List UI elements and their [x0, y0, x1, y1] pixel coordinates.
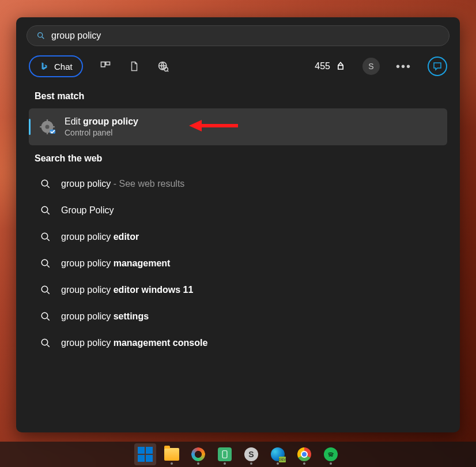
user-avatar[interactable]: S: [362, 58, 380, 75]
svg-rect-14: [52, 126, 55, 127]
svg-line-1: [42, 37, 44, 39]
svg-line-7: [167, 71, 168, 72]
web-results-list: group policy - See web results Group Pol…: [23, 171, 453, 356]
web-result-text: group policy management console: [61, 338, 207, 348]
web-result-item[interactable]: group policy - See web results: [23, 171, 453, 197]
points-value: 455: [315, 61, 330, 71]
taskbar-opera[interactable]: [187, 443, 209, 465]
windows-icon: [138, 447, 153, 462]
filter-tabs-row: Chat 455 S •••: [23, 46, 453, 83]
svg-point-26: [41, 286, 48, 292]
svg-rect-4: [106, 66, 110, 67]
taskbar-spotify[interactable]: [320, 443, 342, 465]
svg-point-22: [41, 233, 48, 239]
taskbar-phone[interactable]: [214, 443, 236, 465]
svg-line-19: [47, 186, 50, 188]
svg-point-10: [46, 125, 50, 129]
avatar-letter: S: [368, 62, 373, 71]
taskbar-sublime[interactable]: S: [240, 443, 262, 465]
web-tab-icon[interactable]: [157, 60, 169, 73]
chat-tab[interactable]: Chat: [29, 55, 83, 77]
taskbar-chrome[interactable]: [293, 443, 315, 465]
svg-point-0: [38, 33, 43, 37]
svg-marker-17: [189, 120, 202, 131]
svg-line-21: [47, 212, 50, 214]
search-icon: [40, 232, 51, 242]
documents-tab-icon[interactable]: [128, 60, 141, 73]
web-result-item[interactable]: group policy settings: [23, 303, 453, 330]
folder-icon: [164, 448, 179, 461]
taskbar-edge-dev[interactable]: DEV: [267, 443, 289, 465]
web-result-item[interactable]: group policy editor windows 11: [23, 277, 453, 303]
web-result-item[interactable]: group policy editor: [23, 224, 453, 250]
sublime-icon: S: [244, 447, 258, 461]
svg-point-28: [41, 312, 48, 319]
svg-point-18: [41, 180, 48, 186]
best-match-result[interactable]: Edit group policy Control panel: [29, 108, 447, 145]
search-web-heading: Search the web: [23, 145, 453, 171]
bing-chat-button[interactable]: [428, 57, 447, 76]
search-icon: [40, 311, 51, 322]
search-icon: [36, 31, 46, 40]
rewards-icon: [335, 61, 346, 72]
web-result-text: group policy settings: [61, 311, 149, 322]
bing-icon: [39, 61, 50, 71]
opera-icon: [191, 447, 205, 461]
search-icon: [40, 338, 51, 348]
search-icon: [40, 258, 51, 269]
svg-line-25: [47, 265, 50, 268]
svg-point-30: [41, 339, 48, 345]
svg-rect-32: [222, 451, 227, 458]
annotation-arrow: [189, 118, 238, 134]
svg-rect-13: [40, 126, 43, 127]
taskbar-explorer[interactable]: [161, 443, 183, 465]
best-match-subtitle: Control panel: [65, 128, 138, 137]
search-icon: [40, 285, 51, 295]
svg-line-23: [47, 239, 50, 241]
svg-line-27: [47, 292, 50, 294]
svg-rect-12: [47, 131, 48, 134]
web-result-text: group policy management: [61, 258, 170, 269]
svg-point-24: [41, 259, 48, 266]
rewards-points[interactable]: 455: [315, 61, 346, 72]
svg-point-20: [41, 206, 48, 213]
web-result-text: group policy editor: [61, 232, 139, 242]
bing-chat-icon: [432, 61, 443, 71]
best-match-text: Edit group policy Control panel: [65, 116, 138, 137]
phone-icon: [218, 447, 232, 461]
search-icon: [40, 179, 51, 189]
svg-line-31: [47, 345, 50, 347]
search-input[interactable]: [51, 31, 440, 41]
edge-icon: DEV: [271, 447, 285, 461]
windows-search-panel: Chat 455 S ••• Best match Edit g: [16, 17, 460, 432]
search-box[interactable]: [27, 25, 449, 46]
svg-line-29: [47, 318, 50, 321]
taskbar: S DEV: [0, 442, 476, 467]
web-result-item[interactable]: group policy management console: [23, 330, 453, 356]
chrome-icon: [297, 447, 311, 461]
more-menu-icon[interactable]: •••: [396, 60, 411, 73]
svg-rect-2: [101, 62, 105, 67]
svg-rect-3: [106, 62, 110, 65]
web-result-text: group policy editor windows 11: [61, 285, 193, 295]
web-result-text: group policy - See web results: [61, 179, 184, 189]
gear-icon: [39, 119, 55, 135]
svg-rect-11: [47, 119, 48, 122]
spotify-icon: [324, 447, 338, 461]
best-match-title: Edit group policy: [65, 116, 138, 127]
best-match-heading: Best match: [23, 83, 453, 108]
apps-tab-icon[interactable]: [99, 60, 112, 73]
web-result-item[interactable]: group policy management: [23, 250, 453, 277]
search-icon: [40, 205, 51, 216]
chat-tab-label: Chat: [54, 62, 73, 71]
web-result-text: Group Policy: [61, 205, 114, 216]
start-button[interactable]: [134, 443, 156, 465]
web-result-item[interactable]: Group Policy: [23, 197, 453, 224]
